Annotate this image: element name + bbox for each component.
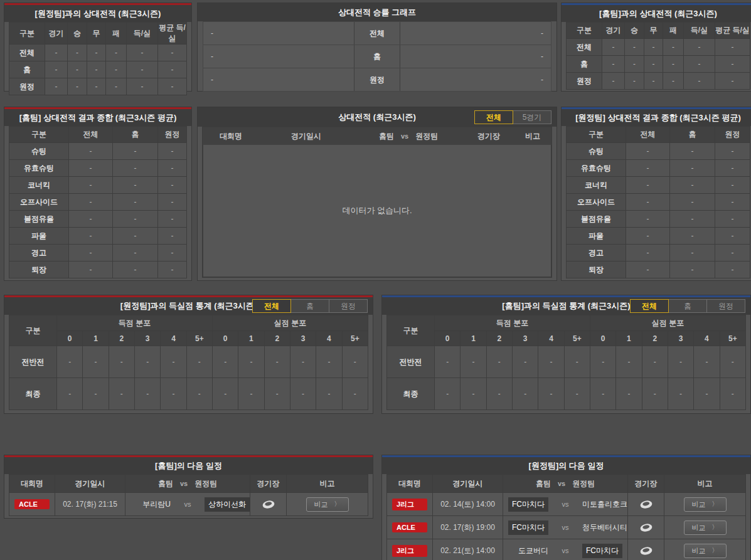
stat-cell: - — [113, 160, 158, 177]
stat-cell: - — [670, 262, 715, 278]
stat-cell: - — [290, 378, 316, 410]
row-label: 전체 — [9, 45, 45, 61]
compare-button[interactable]: 비교〉 — [306, 497, 349, 512]
tab-5games[interactable]: 5경기 — [513, 110, 551, 124]
stat-cell: - — [69, 177, 113, 194]
stat-cell: - — [590, 378, 615, 410]
match-list-header: 대회명 경기일시 홈팀 vs 원정팀 경기장 비고 — [203, 127, 551, 145]
compare-button[interactable]: 비교〉 — [684, 497, 727, 512]
column-header: 구분 — [567, 23, 602, 39]
tab-all[interactable]: 전체 — [630, 299, 669, 313]
stat-cell: - — [644, 39, 663, 56]
stat-cell: - — [663, 73, 684, 90]
row-label: 코너킥 — [567, 177, 626, 194]
panel-title: [홈팀]과의 상대전적 (최근3시즌) — [562, 5, 751, 22]
schedule-row: J리그 02. 21(토) 14:00 도쿄버디 vs FC마치다 비교〉 — [387, 539, 745, 560]
bin-header: 5+ — [342, 331, 368, 346]
stat-cell: - — [564, 346, 590, 378]
bin-header: 5+ — [720, 331, 745, 346]
table-row: 코너킥--- — [9, 177, 187, 194]
tab-away[interactable]: 원정 — [329, 299, 368, 313]
tab-all[interactable]: 전체 — [252, 299, 291, 313]
stat-cell: - — [644, 56, 663, 73]
stat-cell: - — [670, 160, 715, 177]
column-header: 홈팀 — [158, 478, 173, 489]
stat-cell: - — [435, 346, 461, 378]
stat-cell: - — [158, 211, 187, 228]
row-label: 슈팅 — [9, 143, 69, 160]
stadium-icon[interactable] — [638, 544, 654, 556]
stat-cell: - — [663, 39, 684, 56]
teams-cell: 도쿄버디 vs FC마치다 — [503, 539, 627, 560]
chevron-right-icon: 〉 — [712, 500, 718, 509]
tab-away[interactable]: 원정 — [707, 299, 745, 313]
tab-group: 전체 5경기 — [474, 110, 551, 124]
graph-right-value: - — [400, 22, 551, 45]
summary-table: 구분 전체 홈 원정 슈팅--- 유효슈팅--- 코너킥--- 오프사이드---… — [9, 126, 187, 278]
stat-cell: - — [538, 378, 564, 410]
stadium-icon[interactable] — [638, 521, 654, 533]
stat-cell: - — [106, 78, 127, 95]
stat-cell: - — [316, 378, 342, 410]
home-team: FC마치다 — [508, 520, 548, 535]
stat-cell: - — [715, 177, 750, 194]
column-header: 대회명 — [387, 475, 432, 492]
vs-label: vs — [177, 500, 198, 508]
column-header: 원정팀 — [572, 478, 595, 489]
bin-header: 3 — [512, 331, 538, 346]
column-header: 무 — [644, 23, 663, 39]
match-list: 대회명 경기일시 홈팀 vs 원정팀 경기장 비고 데이터가 없습니다. — [202, 127, 552, 278]
league-cell: ACLE — [9, 493, 55, 515]
home-team-wrap: FC마치다 — [503, 520, 555, 535]
bin-header: 2 — [264, 331, 290, 346]
stat-cell: - — [127, 45, 158, 61]
stat-cell: - — [715, 194, 750, 211]
table-row: 슈팅--- — [567, 143, 750, 160]
stat-cell: - — [69, 262, 113, 278]
stat-cell: - — [626, 160, 670, 177]
stat-cell: - — [106, 45, 127, 61]
tab-all[interactable]: 전체 — [474, 110, 513, 124]
stat-cell: - — [625, 73, 644, 90]
chevron-right-icon: 〉 — [334, 500, 341, 509]
table-row: 012345+ 012345+ — [387, 331, 746, 346]
stat-cell: - — [87, 78, 106, 95]
league-badge: ACLE — [392, 522, 427, 532]
home-team-wrap: FC마치다 — [503, 497, 555, 512]
tab-home[interactable]: 홈 — [291, 299, 329, 313]
league-cell: J리그 — [387, 539, 432, 560]
away-team-wrap: FC마치다 — [576, 544, 627, 558]
panel-goals-vs-away: [원정팀]과의 득실점 통계 (최근3시즌) 전체 홈 원정 구분 득점 분포 … — [4, 295, 373, 414]
row-label: 전반전 — [387, 346, 435, 378]
stadium-icon[interactable] — [638, 498, 654, 510]
column-header: 평균 득/실 — [715, 23, 750, 39]
stat-cell: - — [715, 39, 750, 56]
tab-home[interactable]: 홈 — [669, 299, 707, 313]
compare-button[interactable]: 비교〉 — [684, 520, 727, 535]
column-header: 경기장 — [464, 127, 514, 145]
bin-header: 3 — [290, 331, 316, 346]
panel-home-schedule: [홈팀]의 다음 일정 대회명 경기일시 홈팀 vs 원정팀 경기장 비고 AC… — [4, 455, 373, 519]
stadium-icon[interactable] — [260, 498, 276, 510]
stat-cell: - — [626, 194, 670, 211]
stat-cell: - — [715, 262, 750, 278]
compare-button[interactable]: 비교〉 — [684, 544, 727, 558]
column-header: 경기일시 — [432, 475, 503, 492]
panel-title: [원정팀] 상대전적 결과 종합 (최근3시즌 평균) — [562, 109, 751, 126]
panel-title: [원정팀]과의 상대전적 (최근3시즌) — [4, 5, 191, 22]
stat-cell: - — [626, 245, 670, 262]
table-row: 구분 득점 분포 실점 분포 — [387, 315, 746, 331]
column-header: 홈팀 — [536, 478, 551, 489]
stat-cell: - — [512, 346, 538, 378]
stat-cell: - — [68, 45, 87, 61]
row-label: 원정 — [9, 78, 45, 95]
column-header: 비고 — [286, 475, 368, 492]
stat-cell: - — [134, 346, 160, 378]
stat-cell: - — [69, 245, 113, 262]
bin-header: 1 — [83, 331, 109, 346]
stat-cell: - — [69, 160, 113, 177]
stat-cell: - — [238, 346, 264, 378]
row-label: 볼점유율 — [567, 211, 626, 228]
column-header: 전체 — [626, 127, 670, 143]
away-team-wrap: 청두베터시티 — [576, 522, 627, 533]
